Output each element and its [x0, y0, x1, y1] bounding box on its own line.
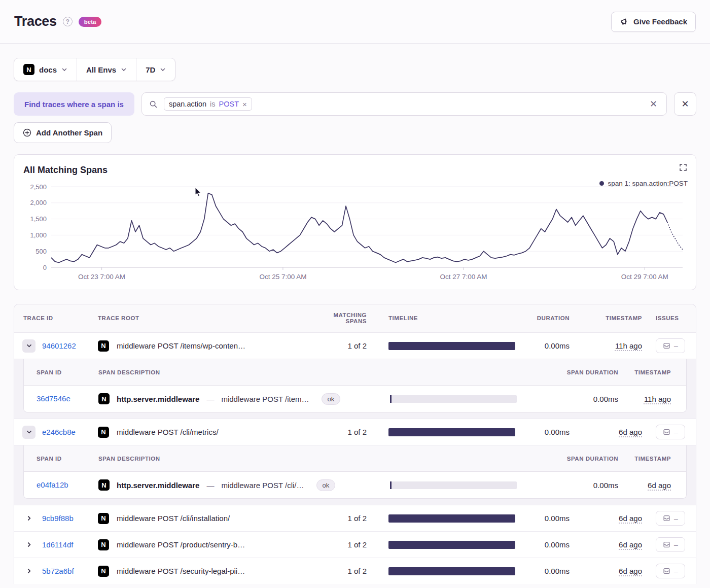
trace-id-link[interactable]: 1d6114df	[42, 540, 73, 549]
date-range-filter-label: 7D	[146, 65, 155, 74]
trace-root-label: middleware POST /product/sentry-b…	[117, 540, 245, 549]
trace-timestamp[interactable]: 6d ago	[619, 567, 642, 575]
trace-timestamp[interactable]: 11h ago	[615, 341, 642, 350]
column-header-span-timestamp: TIMESTAMP	[618, 369, 686, 375]
issues-button[interactable]: –	[656, 338, 685, 353]
svg-text:Oct 27 7:00 AM: Oct 27 7:00 AM	[440, 273, 487, 281]
svg-text:500: 500	[36, 248, 47, 255]
span-query-row: Find traces where a span is span.action …	[14, 92, 696, 116]
timeline-bar[interactable]	[388, 567, 515, 575]
collapse-row-button[interactable]	[22, 426, 36, 439]
timeline-bar[interactable]	[388, 428, 515, 436]
span-timestamp[interactable]: 6d ago	[648, 481, 671, 490]
trace-row: e246cb8e N middleware POST /cli/metrics/…	[14, 419, 696, 445]
trace-id-link[interactable]: e246cb8e	[42, 428, 76, 436]
give-feedback-button[interactable]: Give Feedback	[611, 12, 696, 32]
expand-chart-icon[interactable]	[679, 163, 687, 171]
timeline-bar[interactable]	[388, 514, 515, 523]
plus-circle-icon	[23, 128, 31, 137]
trace-row: 5b72a6bf N middleware POST /security-leg…	[14, 558, 696, 584]
chevron-down-icon	[160, 66, 166, 73]
expand-row-button[interactable]	[22, 538, 36, 551]
trace-timestamp[interactable]: 6d ago	[619, 540, 642, 549]
svg-text:1,500: 1,500	[30, 215, 47, 223]
matching-spans-chart-card: All Matching Spans span 1: span.action:P…	[14, 154, 696, 290]
project-filter[interactable]: N docs	[14, 58, 77, 81]
matching-spans-count: 1 of 2	[311, 514, 367, 523]
search-filter-token[interactable]: span.action is POST ×	[164, 97, 252, 111]
column-header-matching-spans: MATCHING SPANS	[311, 312, 367, 324]
expanded-spans-panel: SPAN ID SPAN DESCRIPTION SPAN DURATION T…	[14, 359, 696, 419]
date-range-filter[interactable]: 7D	[136, 58, 175, 81]
nextjs-platform-icon: N	[98, 513, 109, 524]
timeline-bar[interactable]	[388, 342, 515, 350]
token-remove-icon[interactable]: ×	[242, 100, 247, 108]
issues-button[interactable]: –	[656, 537, 685, 552]
add-another-span-button[interactable]: Add Another Span	[14, 122, 112, 143]
span-description: middleware POST /cli/…	[221, 481, 304, 490]
spans-table-header: SPAN ID SPAN DESCRIPTION SPAN DURATION T…	[24, 359, 686, 385]
page-filter-bar: N docs All Envs 7D	[14, 58, 175, 81]
nextjs-platform-icon: N	[98, 393, 110, 404]
remove-span-query-button[interactable]: ✕	[674, 92, 696, 116]
trace-timestamp[interactable]: 6d ago	[619, 514, 642, 523]
trace-duration: 0.00ms	[516, 428, 570, 436]
chart-plot-area[interactable]: 05001,0001,5002,0002,500Oct 23 7:00 AMOc…	[23, 183, 688, 287]
trace-root-label: middleware POST /security-legal-pii…	[117, 567, 245, 575]
token-key: span.action	[169, 100, 206, 108]
trace-root-label: middleware POST /items/wp-conten…	[117, 341, 245, 350]
trace-duration: 0.00ms	[516, 514, 570, 523]
matching-spans-count: 1 of 2	[311, 540, 367, 549]
environment-filter-label: All Envs	[86, 65, 116, 74]
issues-button[interactable]: –	[656, 511, 685, 526]
trace-timestamp[interactable]: 6d ago	[619, 428, 642, 436]
megaphone-icon	[620, 17, 629, 26]
nextjs-platform-icon: N	[98, 479, 110, 491]
traces-table-header: TRACE ID TRACE ROOT MATCHING SPANS TIMEL…	[14, 304, 696, 332]
issues-button[interactable]: –	[656, 564, 685, 578]
timeline-bar[interactable]	[388, 541, 515, 549]
chart-title: All Matching Spans	[23, 165, 108, 176]
trace-duration: 0.00ms	[516, 540, 570, 549]
column-header-trace-id: TRACE ID	[14, 315, 98, 321]
trace-id-link[interactable]: 5b72a6bf	[42, 567, 74, 575]
environment-filter[interactable]: All Envs	[77, 58, 136, 81]
span-timestamp[interactable]: 11h ago	[644, 395, 671, 403]
collapse-row-button[interactable]	[22, 339, 36, 353]
trace-row: 1d6114df N middleware POST /product/sent…	[14, 531, 696, 558]
span-status-badge: ok	[322, 393, 341, 405]
column-header-timeline: TIMELINE	[367, 315, 516, 321]
span-search-input[interactable]: span.action is POST × ✕	[141, 92, 667, 116]
svg-text:Oct 29 7:00 AM: Oct 29 7:00 AM	[621, 273, 668, 281]
trace-id-link[interactable]: 94601262	[42, 341, 76, 350]
matching-spans-count: 1 of 2	[311, 341, 367, 350]
column-header-span-duration: SPAN DURATION	[526, 369, 618, 375]
trace-root-label: middleware POST /cli/installation/	[117, 514, 230, 523]
expand-row-button[interactable]	[22, 565, 36, 578]
issues-count: –	[674, 567, 678, 575]
nextjs-platform-icon: N	[98, 539, 109, 550]
trace-row: 94601262 N middleware POST /items/wp-con…	[14, 332, 696, 359]
span-id-link[interactable]: 36d7546e	[37, 394, 70, 403]
issues-count: –	[674, 428, 678, 436]
nextjs-platform-icon: N	[23, 64, 34, 75]
search-icon	[149, 100, 158, 109]
issues-button[interactable]: –	[656, 425, 685, 439]
issues-count: –	[674, 541, 678, 549]
search-clear-icon[interactable]: ✕	[648, 97, 659, 111]
beta-badge: beta	[79, 17, 102, 27]
span-timeline-tick	[390, 395, 392, 403]
span-query-label: Find traces where a span is	[14, 92, 134, 116]
span-id-link[interactable]: e04fa12b	[37, 480, 68, 489]
svg-text:2,500: 2,500	[30, 183, 47, 191]
token-operator: is	[210, 100, 215, 108]
help-icon[interactable]: ?	[63, 17, 73, 26]
expand-row-button[interactable]	[22, 512, 36, 525]
expanded-spans-panel: SPAN ID SPAN DESCRIPTION SPAN DURATION T…	[14, 445, 696, 505]
issues-count: –	[674, 514, 678, 523]
trace-id-link[interactable]: 9cb9f88b	[42, 514, 74, 523]
span-timeline-bar[interactable]	[390, 395, 517, 403]
svg-text:Oct 25 7:00 AM: Oct 25 7:00 AM	[259, 273, 306, 281]
page-title: Traces	[14, 14, 57, 29]
span-timeline-bar[interactable]	[390, 481, 517, 489]
